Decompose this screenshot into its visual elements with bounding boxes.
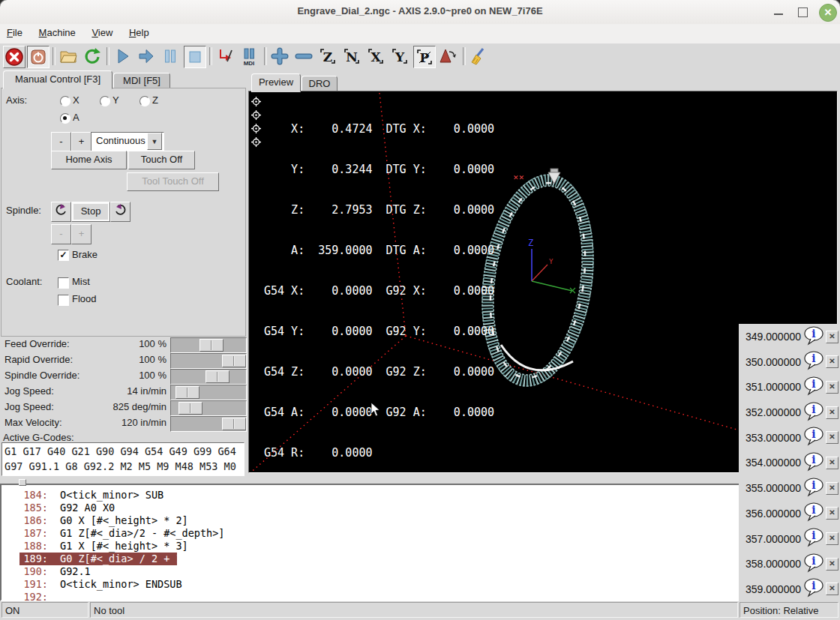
spindle-ccw-icon <box>52 211 70 222</box>
estop-button[interactable] <box>3 46 26 68</box>
brake-checkbox[interactable]: ✓ <box>58 250 69 261</box>
tab-manual-control[interactable]: Manual Control [F3] <box>3 70 112 89</box>
spindle-override-slider[interactable] <box>170 369 247 385</box>
spindle-faster-button[interactable]: + <box>71 224 92 244</box>
minimize-button[interactable] <box>771 4 786 19</box>
close-button[interactable]: ✕ <box>819 4 837 22</box>
jog-speed-deg-slider[interactable] <box>170 400 247 416</box>
mdi-button[interactable]: MDI <box>238 46 260 67</box>
jog-speed-slider[interactable] <box>170 385 247 400</box>
gcode-line[interactable]: 186:G0 X [#<_height> * 2] <box>2 514 838 527</box>
view-z-button[interactable]: Z <box>317 46 338 67</box>
max-velocity-slider[interactable] <box>170 416 247 432</box>
feed-override-thumb[interactable] <box>200 339 224 352</box>
run-button[interactable] <box>112 46 133 67</box>
notification-close-button[interactable]: ✕ <box>826 532 838 545</box>
flood-checkbox[interactable] <box>58 295 69 306</box>
notification-close-button[interactable]: ✕ <box>826 507 838 520</box>
max-velocity-value: 120 in/min <box>75 417 166 428</box>
tab-mdi[interactable]: MDI [F5] <box>113 73 170 89</box>
spindle-override-value: 100 % <box>75 370 166 381</box>
notification-stack: 349.000000i✕ 350.000000i✕ 351.000000i✕ 3… <box>739 324 840 602</box>
gcode-listing[interactable]: 184:O<tick_minor> SUB 185:G92 A0 X0 186:… <box>0 484 840 601</box>
mist-checkbox[interactable] <box>58 277 69 289</box>
gcode-line[interactable]: 191:O<tick_minor> ENDSUB <box>2 578 838 591</box>
home-axis-button[interactable]: Home Axis <box>51 151 127 169</box>
gcode-line[interactable]: 190:G92.1 <box>2 565 838 578</box>
jog-speed-value: 14 in/min <box>75 385 166 397</box>
view-x-button[interactable]: X <box>365 46 386 67</box>
notification-close-button[interactable]: ✕ <box>826 558 838 571</box>
view-perspective-button[interactable]: P <box>413 46 436 68</box>
svg-text:i: i <box>812 378 815 390</box>
gcode-line[interactable]: 184:O<tick_minor> SUB <box>2 489 838 502</box>
notification-close-button[interactable]: ✕ <box>826 355 838 368</box>
notification-close-button[interactable]: ✕ <box>826 457 838 469</box>
pause-button[interactable] <box>160 46 181 67</box>
tab-dro[interactable]: DRO <box>302 76 338 92</box>
step-button[interactable] <box>136 46 157 67</box>
rapid-override-thumb[interactable] <box>222 355 246 367</box>
menu-help[interactable]: Help <box>122 24 156 43</box>
info-bubble-icon: i <box>802 553 824 575</box>
view-y-button[interactable]: Y <box>389 46 410 67</box>
notification: 357.000000i✕ <box>739 528 840 550</box>
gcode-line[interactable]: 188:G1 X [#<_height> * 3] <box>2 540 838 553</box>
maximize-button[interactable] <box>795 4 810 19</box>
jog-speed-deg-value: 825 deg/min <box>75 401 166 412</box>
touch-off-button[interactable]: Touch Off <box>128 151 195 169</box>
sash-grip[interactable] <box>19 479 26 486</box>
view-z-rotated-button[interactable]: N <box>341 46 362 67</box>
gcode-line[interactable]: 185:G92 A0 X0 <box>2 502 838 514</box>
gcode-line-highlighted[interactable]: 189:G0 Z[#<_dia> / 2 + 1] <box>2 553 838 565</box>
feed-override-slider[interactable] <box>170 337 247 353</box>
clear-plot-button[interactable] <box>468 46 489 67</box>
menu-view[interactable]: View <box>85 24 119 43</box>
zoom-out-button[interactable] <box>293 46 314 67</box>
active-gcodes-label: Active G-Codes: <box>3 432 74 443</box>
jog-speed-deg-thumb[interactable] <box>178 402 202 415</box>
open-file-button[interactable] <box>58 46 79 67</box>
jog-mode-dropdown-arrow[interactable]: ▼ <box>147 133 162 150</box>
jog-plus-button[interactable]: + <box>71 132 92 152</box>
tool-cone <box>548 169 560 184</box>
menu-machine[interactable]: Machine <box>32 24 82 43</box>
rapid-override-slider[interactable] <box>170 353 247 369</box>
notification-close-button[interactable]: ✕ <box>826 331 838 343</box>
radio-axis-z[interactable] <box>140 96 150 106</box>
spindle-reverse-button[interactable] <box>51 202 71 222</box>
notification-close-button[interactable]: ✕ <box>826 583 838 595</box>
radio-axis-z-label: Z <box>152 94 158 106</box>
notification: 359.000000i✕ <box>739 578 840 601</box>
spindle-stop-button[interactable]: Stop <box>71 202 110 222</box>
machine-power-button[interactable] <box>27 46 50 68</box>
zoom-in-button[interactable] <box>269 46 290 67</box>
menu-file[interactable]: File <box>0 24 29 43</box>
jog-speed-thumb[interactable] <box>176 386 200 399</box>
radio-axis-y[interactable] <box>100 96 110 106</box>
radio-axis-a[interactable] <box>60 113 70 124</box>
tab-preview[interactable]: Preview <box>251 73 301 92</box>
svg-text:Z: Z <box>528 238 533 248</box>
svg-text:Y: Y <box>394 49 405 64</box>
titlebar[interactable]: Engrave_Dial_2.ngc - AXIS 2.9.0~pre0 on … <box>0 0 840 25</box>
notification-close-button[interactable]: ✕ <box>826 381 838 394</box>
menubar: File Machine View Help <box>0 24 840 44</box>
stop-button[interactable] <box>184 46 206 68</box>
spindle-forward-button[interactable] <box>110 202 130 222</box>
tool-field: No tool <box>90 602 738 618</box>
notification-close-button[interactable]: ✕ <box>826 406 838 419</box>
reload-button[interactable] <box>82 46 103 67</box>
jog-minus-button[interactable]: - <box>51 132 71 152</box>
rotate-view-button[interactable] <box>437 46 458 67</box>
spindle-slower-button[interactable]: - <box>51 224 71 244</box>
spindle-override-thumb[interactable] <box>206 370 230 383</box>
radio-axis-x[interactable] <box>60 96 70 106</box>
gcode-line[interactable]: 187:G1 Z[#<_dia>/2 - #<_depth>] <box>2 527 838 540</box>
run-from-line-button[interactable] <box>214 46 236 67</box>
svg-text:i: i <box>812 580 815 592</box>
max-velocity-thumb[interactable] <box>222 418 246 430</box>
tool-touch-off-button[interactable]: Tool Touch Off <box>127 172 219 191</box>
notification-close-button[interactable]: ✕ <box>826 431 838 444</box>
notification-close-button[interactable]: ✕ <box>826 482 838 495</box>
